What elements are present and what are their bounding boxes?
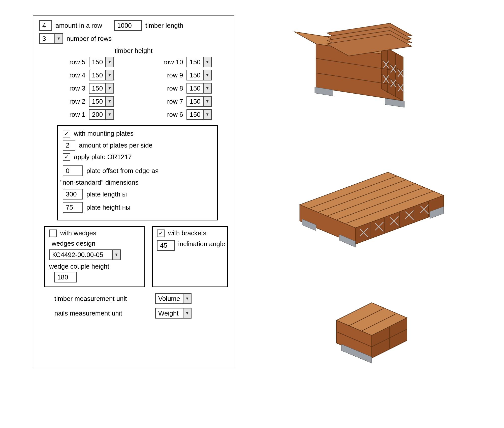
with-plates-checkbox[interactable] bbox=[63, 130, 70, 137]
timber-stack-icon bbox=[284, 5, 460, 131]
chevron-down-icon: ▼ bbox=[105, 70, 114, 80]
row-label: row 9 bbox=[147, 71, 183, 79]
timber-height-label: timber height bbox=[39, 47, 228, 55]
wedge-couple-label: wedge couple height bbox=[49, 263, 140, 270]
apply-plate-label: apply plate OR1217 bbox=[74, 153, 132, 161]
chevron-down-icon: ▼ bbox=[183, 308, 192, 319]
row1-dropdown[interactable]: 200▼ bbox=[89, 109, 130, 120]
row-label: row 10 bbox=[147, 58, 183, 66]
plates-amount-input[interactable]: 2 bbox=[63, 140, 75, 151]
plate-length-label: plate length ы bbox=[86, 190, 127, 198]
settings-panel: 4 amount in a row 1000 timber length 3 ▼… bbox=[33, 15, 234, 368]
plates-amount-label: amount of plates per side bbox=[79, 141, 152, 149]
plate-height-label: plate height ны bbox=[86, 204, 131, 211]
timber-length-input[interactable]: 1000 bbox=[114, 20, 142, 31]
number-of-rows-dropdown[interactable]: 3 ▼ bbox=[39, 33, 63, 44]
measurement-units: timber measurement unit Volume▼ nails me… bbox=[54, 293, 228, 319]
chevron-down-icon: ▼ bbox=[105, 96, 114, 107]
row-label: row 8 bbox=[147, 84, 183, 92]
chevron-down-icon: ▼ bbox=[105, 57, 114, 67]
row-label: row 1 bbox=[53, 111, 85, 119]
plate-length-input[interactable]: 300 bbox=[63, 189, 83, 199]
timber-mu-dropdown[interactable]: Volume▼ bbox=[155, 293, 192, 304]
apply-plate-checkbox[interactable] bbox=[63, 153, 70, 161]
brackets-subpanel: with brackets 45 inclination angle bbox=[152, 226, 228, 287]
row5-dropdown[interactable]: 150▼ bbox=[89, 57, 130, 67]
row7-dropdown[interactable]: 150▼ bbox=[186, 96, 228, 107]
chevron-down-icon: ▼ bbox=[203, 96, 212, 107]
amount-in-row-label: amount in a row bbox=[55, 22, 102, 30]
row-label: row 2 bbox=[53, 98, 85, 105]
with-plates-label: with mounting plates bbox=[74, 130, 134, 137]
nonstd-label: "non-standard" dimensions bbox=[60, 179, 212, 186]
plate-height-input[interactable]: 75 bbox=[63, 202, 83, 213]
chevron-down-icon: ▼ bbox=[54, 33, 63, 44]
chevron-down-icon: ▼ bbox=[203, 57, 212, 67]
inclination-label: inclination angle bbox=[178, 240, 225, 248]
wedge-couple-input[interactable]: 180 bbox=[54, 272, 77, 282]
with-brackets-label: with brackets bbox=[168, 229, 206, 237]
row10-dropdown[interactable]: 150▼ bbox=[186, 57, 228, 67]
amount-in-row-input[interactable]: 4 bbox=[39, 20, 52, 31]
row6-dropdown[interactable]: 150▼ bbox=[186, 109, 228, 120]
chevron-down-icon: ▼ bbox=[203, 83, 212, 94]
inclination-input[interactable]: 45 bbox=[157, 240, 175, 251]
nails-mu-label: nails measurement unit bbox=[54, 309, 148, 317]
row4-dropdown[interactable]: 150▼ bbox=[89, 70, 130, 80]
wedges-subpanel: with wedges wedges design КС4492-00.00-0… bbox=[44, 226, 145, 287]
timber-length-label: timber length bbox=[145, 22, 183, 30]
row-label: row 3 bbox=[53, 84, 85, 92]
with-brackets-checkbox[interactable] bbox=[157, 230, 165, 237]
chevron-down-icon: ▼ bbox=[112, 249, 121, 260]
row-label: row 7 bbox=[147, 98, 183, 105]
chevron-down-icon: ▼ bbox=[203, 109, 212, 120]
chevron-down-icon: ▼ bbox=[105, 109, 114, 120]
wedges-design-dropdown[interactable]: КС4492-00.00-05 ▼ bbox=[49, 249, 121, 260]
chevron-down-icon: ▼ bbox=[203, 70, 212, 80]
row-label: row 4 bbox=[53, 71, 85, 79]
row8-dropdown[interactable]: 150▼ bbox=[186, 83, 228, 94]
row2-dropdown[interactable]: 150▼ bbox=[89, 96, 130, 107]
with-wedges-checkbox[interactable] bbox=[49, 230, 57, 237]
row-label: row 5 bbox=[53, 58, 85, 66]
chevron-down-icon: ▼ bbox=[183, 293, 192, 304]
number-of-rows-label: number of rows bbox=[67, 35, 112, 43]
timber-block-icon bbox=[321, 288, 422, 368]
timber-mu-label: timber measurement unit bbox=[54, 295, 148, 303]
row3-dropdown[interactable]: 150▼ bbox=[89, 83, 130, 94]
timber-slab-icon bbox=[284, 146, 460, 272]
plate-offset-label: plate offset from edge ая bbox=[86, 167, 159, 175]
plate-offset-input[interactable]: 0 bbox=[63, 165, 83, 176]
timber-height-grid: row 5 150▼ row 10 150▼ row 4 150▼ row 9 … bbox=[53, 57, 228, 120]
plates-subpanel: with mounting plates 2 amount of plates … bbox=[57, 125, 218, 220]
chevron-down-icon: ▼ bbox=[105, 83, 114, 94]
row-label: row 6 bbox=[147, 111, 183, 119]
with-wedges-label: with wedges bbox=[60, 229, 96, 237]
preview-illustrations bbox=[249, 5, 494, 368]
wedges-design-label: wedges design bbox=[52, 240, 140, 247]
nails-mu-dropdown[interactable]: Weight▼ bbox=[155, 308, 192, 319]
row9-dropdown[interactable]: 150▼ bbox=[186, 70, 228, 80]
